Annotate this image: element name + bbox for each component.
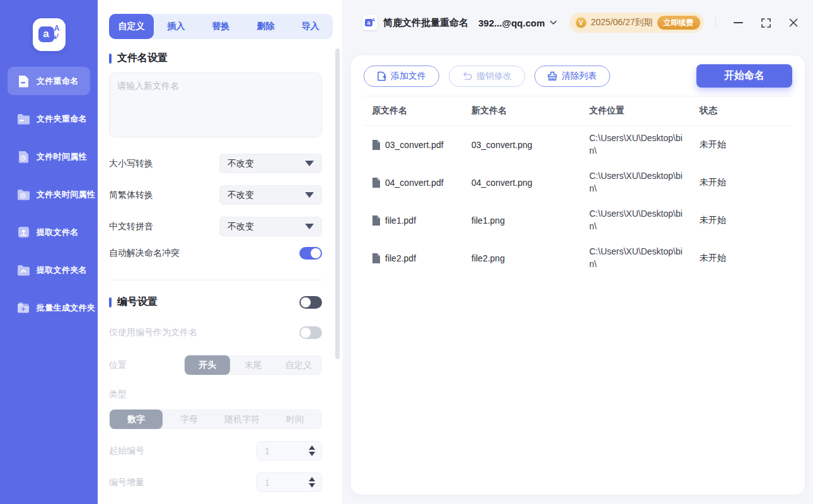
type-label: 类型 bbox=[109, 389, 322, 400]
segment-label: 随机字符 bbox=[224, 414, 260, 425]
settings-scrollbar[interactable] bbox=[335, 49, 340, 359]
minimize-button[interactable] bbox=[732, 17, 744, 28]
close-button[interactable] bbox=[788, 17, 799, 28]
toggle-knob bbox=[301, 328, 311, 338]
toggle-knob bbox=[301, 297, 311, 307]
tab-insert[interactable]: 插入 bbox=[154, 14, 199, 39]
sidebar-item-batch-create-folder[interactable]: 批量生成文件夹 bbox=[8, 294, 90, 322]
start-number-value: 1 bbox=[265, 446, 270, 456]
status-text: 未开始 bbox=[700, 215, 792, 226]
sidebar-item-extract-filename[interactable]: 提取文件名 bbox=[8, 218, 90, 246]
add-file-icon bbox=[377, 71, 386, 81]
only-number-row: 仅使用编号作为文件名 bbox=[109, 325, 322, 340]
renew-button[interactable]: 立即续费 bbox=[657, 16, 700, 30]
file-icon bbox=[372, 215, 380, 226]
tab-label: 自定义 bbox=[118, 21, 145, 32]
start-rename-button[interactable]: 开始命名 bbox=[696, 64, 792, 88]
zh-convert-label: 简繁体转换 bbox=[109, 190, 153, 201]
step-down-icon[interactable] bbox=[309, 452, 315, 456]
header-original-name: 原文件名 bbox=[372, 105, 471, 117]
new-filename: file1.png bbox=[471, 215, 589, 226]
start-number-row: 起始编号 1 bbox=[109, 441, 322, 461]
table-row[interactable]: 03_convert.pdf 03_convert.png C:\Users\X… bbox=[364, 126, 792, 164]
type-option-number[interactable]: 数字 bbox=[110, 410, 163, 429]
new-filename: 03_convert.png bbox=[471, 140, 589, 150]
tab-label: 替换 bbox=[212, 21, 230, 32]
undo-icon bbox=[462, 72, 472, 81]
increment-input[interactable]: 1 bbox=[257, 472, 322, 492]
pinyin-convert-select[interactable]: 不改变 bbox=[219, 217, 322, 236]
maximize-button[interactable] bbox=[760, 17, 771, 28]
app-window: a A 文件重命名 文件夹重命名 文件时间属性 bbox=[0, 0, 813, 504]
clear-brush-icon bbox=[548, 71, 557, 81]
zh-convert-select[interactable]: 不改变 bbox=[219, 185, 322, 205]
add-files-button[interactable]: 添加文件 bbox=[364, 66, 439, 87]
position-option-start[interactable]: 开头 bbox=[185, 355, 230, 375]
file-icon bbox=[372, 178, 380, 188]
number-stepper[interactable] bbox=[309, 445, 315, 456]
only-number-toggle[interactable] bbox=[299, 326, 322, 339]
sidebar-item-label: 文件夹时间属性 bbox=[37, 189, 95, 200]
position-option-custom[interactable]: 自定义 bbox=[276, 355, 321, 375]
section-title: 文件名设置 bbox=[117, 52, 168, 65]
table-row[interactable]: file2.pdf file2.png C:\Users\XU\Desktop\… bbox=[364, 239, 792, 277]
step-up-icon[interactable] bbox=[309, 445, 315, 450]
original-filename: 04_convert.pdf bbox=[385, 177, 446, 189]
tab-replace[interactable]: 替换 bbox=[199, 14, 243, 39]
logo-a-glyph: a bbox=[38, 26, 54, 42]
vip-medal-icon: V bbox=[575, 17, 587, 28]
auto-resolve-toggle[interactable] bbox=[299, 247, 322, 260]
zh-convert-row: 简繁体转换 不改变 bbox=[109, 185, 322, 205]
original-filename: file1.pdf bbox=[385, 215, 446, 227]
step-up-icon[interactable] bbox=[309, 477, 315, 481]
tab-delete[interactable]: 删除 bbox=[243, 14, 288, 39]
type-option-time[interactable]: 时间 bbox=[268, 410, 321, 429]
sidebar-item-label: 批量生成文件夹 bbox=[37, 302, 95, 314]
app-logo: a A bbox=[33, 18, 66, 51]
section-accent-bar bbox=[109, 297, 112, 307]
type-option-letter[interactable]: 字母 bbox=[163, 410, 216, 429]
original-name-cell: file1.pdf bbox=[372, 215, 471, 227]
section-divider bbox=[109, 280, 322, 280]
number-stepper[interactable] bbox=[309, 477, 315, 488]
tab-label: 删除 bbox=[257, 21, 275, 32]
table-row[interactable]: file1.pdf file1.png C:\Users\XU\Desktop\… bbox=[364, 202, 792, 239]
account-menu[interactable]: 392...@qq.com bbox=[478, 18, 557, 28]
button-label: 清除列表 bbox=[562, 71, 597, 82]
case-convert-select[interactable]: 不改变 bbox=[219, 154, 322, 173]
app-mini-logo-icon: a A bbox=[362, 15, 378, 30]
table-row[interactable]: 04_convert.pdf 04_convert.png C:\Users\X… bbox=[364, 164, 792, 202]
sidebar-item-file-rename[interactable]: 文件重命名 bbox=[8, 67, 90, 95]
type-option-random[interactable]: 随机字符 bbox=[216, 410, 268, 429]
close-icon bbox=[789, 18, 798, 27]
increment-label: 编号增量 bbox=[109, 477, 144, 488]
status-text: 未开始 bbox=[700, 139, 792, 151]
sidebar-item-label: 文件夹重命名 bbox=[37, 113, 87, 125]
pinyin-convert-value: 不改变 bbox=[228, 221, 254, 232]
undo-button[interactable]: 撤销修改 bbox=[449, 66, 525, 87]
tab-import[interactable]: 导入 bbox=[288, 14, 333, 39]
file-location: C:\Users\XU\Desktop\bin\ bbox=[589, 208, 684, 232]
clear-list-button[interactable]: 清除列表 bbox=[534, 66, 610, 87]
step-down-icon[interactable] bbox=[309, 483, 315, 488]
sidebar-item-folder-rename[interactable]: 文件夹重命名 bbox=[8, 105, 90, 133]
new-filename-input[interactable] bbox=[109, 72, 322, 137]
case-convert-label: 大小写转换 bbox=[109, 158, 153, 169]
original-name-cell: 04_convert.pdf bbox=[372, 177, 471, 189]
new-filename: 04_convert.png bbox=[471, 178, 589, 188]
tab-custom[interactable]: 自定义 bbox=[109, 14, 154, 39]
increment-value: 1 bbox=[265, 478, 270, 488]
sidebar-item-folder-time[interactable]: 文件夹时间属性 bbox=[8, 180, 90, 209]
case-convert-value: 不改变 bbox=[228, 158, 254, 169]
numbering-toggle[interactable] bbox=[299, 296, 322, 309]
account-email: 392...@qq.com bbox=[478, 18, 545, 28]
start-number-input[interactable]: 1 bbox=[257, 441, 322, 461]
sidebar-item-file-time[interactable]: 文件时间属性 bbox=[8, 142, 90, 171]
original-filename: 03_convert.pdf bbox=[385, 139, 446, 151]
original-filename: file2.pdf bbox=[385, 253, 446, 265]
button-label: 撤销修改 bbox=[476, 71, 512, 82]
folder-time-icon bbox=[16, 188, 31, 202]
window-controls bbox=[706, 16, 799, 29]
sidebar-item-extract-foldername[interactable]: 提取文件夹名 bbox=[8, 256, 90, 284]
position-option-end[interactable]: 末尾 bbox=[230, 355, 275, 375]
